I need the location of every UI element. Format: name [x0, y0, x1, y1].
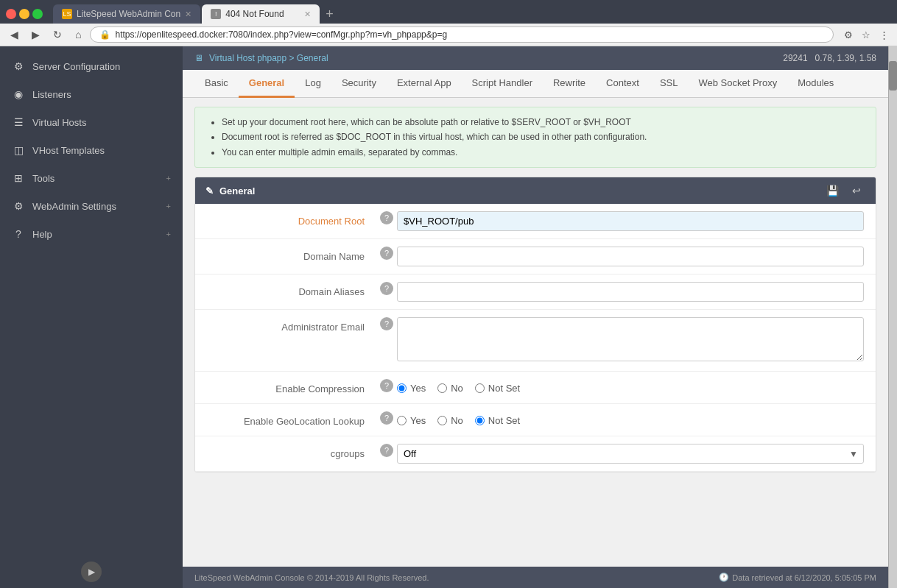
sidebar-menu: ⚙ Server Configuration ◉ Listeners ☰ Vir…: [0, 46, 183, 556]
breadcrumb-icon: 🖥: [194, 53, 203, 63]
cgroups-select-wrapper: Off On ▼: [397, 444, 864, 464]
tab-close-litespeed[interactable]: ✕: [185, 10, 191, 19]
window-controls: [6, 9, 43, 19]
enable-geolocation-help-icon[interactable]: ?: [380, 411, 393, 425]
domain-aliases-input[interactable]: [397, 282, 864, 302]
sidebar-item-webadmin-settings[interactable]: ⚙ WebAdmin Settings +: [0, 192, 183, 220]
enable-geolocation-help[interactable]: ?: [376, 411, 397, 425]
sidebar-label-virtual-hosts: Virtual Hosts: [32, 117, 86, 128]
geolocation-yes-radio[interactable]: [397, 416, 407, 425]
document-root-row: Document Root ?: [195, 204, 876, 239]
tab-litespeed[interactable]: LS LiteSpeed WebAdmin Con ✕: [53, 4, 200, 24]
cgroups-help-icon[interactable]: ?: [380, 444, 393, 457]
maximize-window-button[interactable]: [32, 9, 43, 19]
form-section-header: ✎ General 💾 ↩: [195, 177, 876, 204]
sidebar-item-help[interactable]: ? Help +: [0, 220, 183, 248]
tab-web-socket-proxy[interactable]: Web Socket Proxy: [688, 70, 787, 98]
info-line-3: You can enter multiple admin emails, sep…: [222, 145, 864, 160]
minimize-window-button[interactable]: [19, 9, 29, 19]
tab-general[interactable]: General: [239, 70, 295, 98]
tab-label-404: 404 Not Found: [225, 9, 284, 19]
cgroups-row: cgroups ? Off On ▼: [195, 436, 876, 472]
enable-geolocation-radio-group: Yes No Not Set: [397, 411, 864, 426]
domain-name-input[interactable]: [397, 247, 864, 266]
tab-security[interactable]: Security: [331, 70, 387, 98]
admin-email-textarea[interactable]: [397, 317, 864, 361]
bookmark-icon[interactable]: ☆: [859, 27, 873, 42]
tab-rewrite[interactable]: Rewrite: [543, 70, 596, 98]
admin-email-help-icon[interactable]: ?: [380, 317, 393, 330]
extensions-icon[interactable]: ⚙: [841, 27, 856, 42]
compression-notset-radio[interactable]: [475, 383, 485, 393]
document-root-help-icon[interactable]: ?: [380, 211, 393, 224]
geolocation-notset-option[interactable]: Not Set: [475, 415, 520, 426]
geolocation-no-radio[interactable]: [437, 416, 447, 425]
tab-modules[interactable]: Modules: [787, 70, 844, 98]
tab-ssl[interactable]: SSL: [650, 70, 689, 98]
tab-external-app[interactable]: External App: [387, 70, 462, 98]
tab-404[interactable]: ! 404 Not Found ✕: [202, 4, 320, 24]
browser-titlebar: LS LiteSpeed WebAdmin Con ✕ ! 404 Not Fo…: [0, 0, 897, 24]
compression-no-option[interactable]: No: [437, 383, 463, 394]
geolocation-no-option[interactable]: No: [437, 415, 463, 426]
edit-icon: ✎: [205, 185, 214, 196]
sidebar: ⚙ Server Configuration ◉ Listeners ☰ Vir…: [0, 46, 183, 588]
scroll-thumb[interactable]: [889, 61, 897, 91]
compression-yes-option[interactable]: Yes: [397, 383, 426, 394]
new-tab-button[interactable]: +: [321, 5, 338, 24]
compression-notset-option[interactable]: Not Set: [475, 383, 520, 394]
tab-log[interactable]: Log: [295, 70, 331, 98]
enable-compression-help[interactable]: ?: [376, 379, 397, 392]
domain-aliases-label: Domain Aliases: [207, 282, 376, 297]
form-section-title: General: [219, 185, 255, 196]
cgroups-select[interactable]: Off On: [397, 444, 864, 464]
tab-close-404[interactable]: ✕: [304, 10, 311, 19]
content-scroll[interactable]: Set up your document root here, which ca…: [183, 98, 888, 567]
cgroups-help[interactable]: ?: [376, 444, 397, 457]
scrollbar[interactable]: [888, 46, 897, 588]
close-window-button[interactable]: [6, 9, 16, 19]
enable-compression-help-icon[interactable]: ?: [380, 379, 393, 392]
listeners-icon: ◉: [12, 88, 25, 101]
breadcrumb: 🖥 Virtual Host phpapp > General: [194, 53, 328, 63]
geolocation-notset-radio[interactable]: [475, 416, 485, 425]
top-bar: 🖥 Virtual Host phpapp > General 29241 0.…: [183, 46, 888, 70]
menu-icon[interactable]: ⋮: [876, 27, 891, 42]
sidebar-item-listeners[interactable]: ◉ Listeners: [0, 80, 183, 108]
tab-basic[interactable]: Basic: [194, 70, 239, 98]
document-root-input[interactable]: [397, 211, 864, 231]
compression-no-radio[interactable]: [437, 383, 447, 393]
tab-context[interactable]: Context: [596, 70, 650, 98]
compression-yes-radio[interactable]: [397, 383, 407, 393]
geolocation-yes-option[interactable]: Yes: [397, 415, 426, 426]
domain-aliases-help-icon[interactable]: ?: [380, 282, 393, 295]
domain-name-help[interactable]: ?: [376, 247, 397, 260]
admin-email-label: Administrator Email: [207, 317, 376, 333]
domain-aliases-help[interactable]: ?: [376, 282, 397, 295]
admin-email-help[interactable]: ?: [376, 317, 397, 330]
cancel-button[interactable]: ↩: [848, 183, 865, 198]
domain-name-help-icon[interactable]: ?: [380, 247, 393, 260]
back-button[interactable]: ◀: [6, 27, 23, 42]
forward-button[interactable]: ▶: [27, 27, 44, 42]
home-button[interactable]: ⌂: [71, 27, 85, 42]
document-root-help[interactable]: ?: [376, 211, 397, 224]
address-bar[interactable]: 🔒 https://openlitespeed.docker:7080/inde…: [90, 26, 834, 43]
tab-favicon-litespeed: LS: [62, 9, 72, 19]
save-button[interactable]: 💾: [822, 183, 843, 198]
info-line-2: Document root is referred as $DOC_ROOT i…: [222, 130, 864, 144]
reload-button[interactable]: ↻: [49, 27, 66, 42]
sidebar-collapse-button[interactable]: ▶: [81, 562, 102, 582]
tools-expand-icon: +: [166, 174, 171, 183]
sidebar-label-listeners: Listeners: [32, 89, 71, 100]
enable-compression-row: Enable Compression ? Yes No: [195, 372, 876, 404]
tab-script-handler[interactable]: Script Handler: [462, 70, 543, 98]
document-root-field: [397, 211, 864, 231]
sidebar-item-tools[interactable]: ⊞ Tools +: [0, 164, 183, 192]
admin-email-field: [397, 317, 864, 364]
sidebar-item-vhost-templates[interactable]: ◫ VHost Templates: [0, 136, 183, 164]
sidebar-item-virtual-hosts[interactable]: ☰ Virtual Hosts: [0, 108, 183, 136]
app-footer: LiteSpeed WebAdmin Console © 2014-2019 A…: [183, 567, 888, 588]
sidebar-item-server-config[interactable]: ⚙ Server Configuration: [0, 52, 183, 80]
domain-aliases-field: [397, 282, 864, 302]
